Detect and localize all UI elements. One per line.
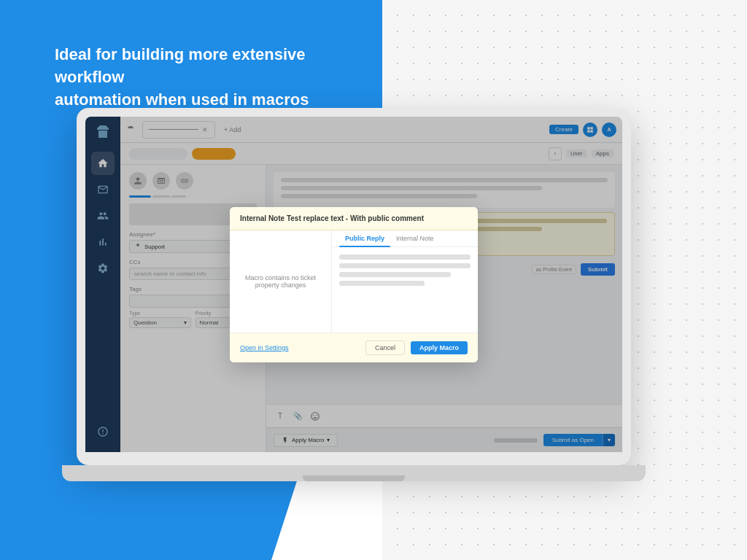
apply-macro-button[interactable]: Apply Macro	[411, 341, 468, 354]
apply-macro-modal: Internal Note Test replace text - With p…	[230, 207, 478, 362]
modal-left-panel: Macro contains no ticket property change…	[230, 230, 332, 332]
main-content: ──────────── ✕ + Add Create A	[120, 117, 622, 452]
tab-public-reply[interactable]: Public Reply	[339, 230, 390, 246]
modal-tabs: Public Reply Internal Note	[332, 230, 478, 247]
modal-empty-message: Macro contains no ticket property change…	[239, 274, 322, 289]
modal-content-line-2	[339, 263, 471, 268]
modal-content-line-3	[339, 272, 451, 277]
laptop-base	[62, 465, 646, 481]
modal-body: Macro contains no ticket property change…	[230, 230, 478, 332]
modal-content-line-4	[339, 281, 425, 286]
modal-header: Internal Note Test replace text - With p…	[230, 207, 478, 230]
modal-tab-content	[332, 247, 478, 332]
hero-line2: automation when used in macros	[55, 90, 309, 109]
laptop-outer: ──────────── ✕ + Add Create A	[77, 108, 631, 465]
app-container: ──────────── ✕ + Add Create A	[85, 117, 622, 452]
modal-overlay[interactable]: Internal Note Test replace text - With p…	[120, 117, 622, 452]
modal-footer: Open in Settings Cancel Apply Macro	[230, 332, 478, 362]
modal-title: Internal Note Test replace text - With p…	[240, 214, 424, 222]
modal-actions: Cancel Apply Macro	[365, 341, 468, 355]
tab-internal-note[interactable]: Internal Note	[390, 230, 440, 246]
hero-line1: Ideal for building more extensive workfl…	[55, 45, 306, 86]
tab-public-label: Public Reply	[345, 235, 384, 242]
hero-text: Ideal for building more extensive workfl…	[55, 44, 361, 111]
laptop-screen: ──────────── ✕ + Add Create A	[85, 117, 622, 452]
open-settings-link[interactable]: Open in Settings	[240, 344, 289, 351]
cancel-button[interactable]: Cancel	[365, 341, 405, 355]
tab-internal-label: Internal Note	[396, 235, 434, 242]
laptop-container: ──────────── ✕ + Add Create A	[77, 108, 631, 480]
modal-content-line-1	[339, 254, 471, 260]
modal-right-panel: Public Reply Internal Note	[332, 230, 478, 332]
